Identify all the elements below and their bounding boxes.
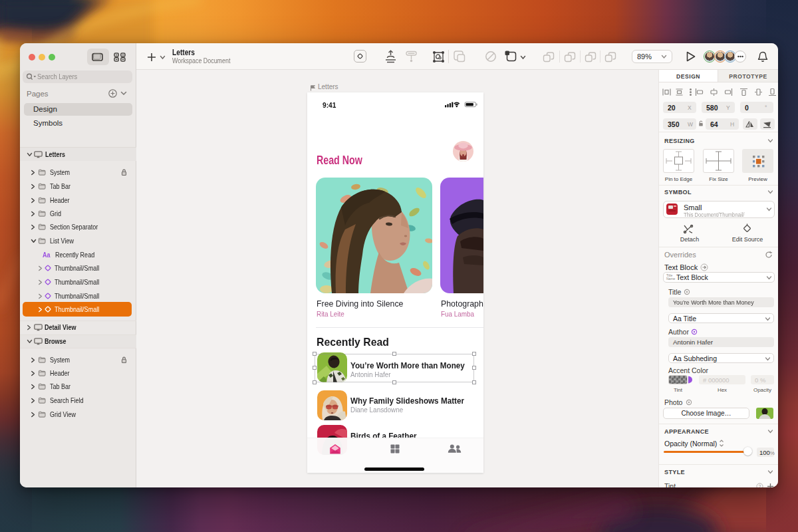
svg-text:?: ?: [759, 484, 761, 487]
